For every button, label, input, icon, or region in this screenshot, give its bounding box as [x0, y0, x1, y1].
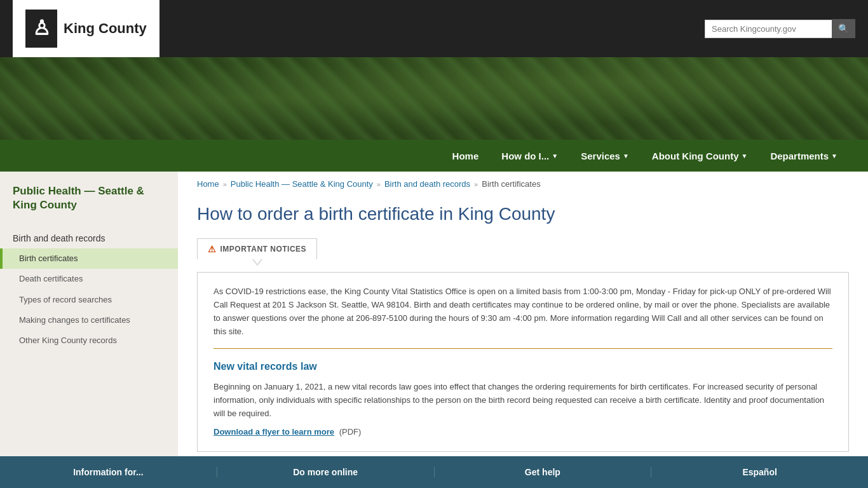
search-button[interactable]: 🔍: [832, 19, 855, 38]
sidebar-item-other-records[interactable]: Other King County records: [0, 330, 178, 351]
search-area: 🔍: [705, 19, 855, 38]
notice-tab-arrow: [252, 259, 262, 266]
notice-download-link[interactable]: Download a flyer to learn more: [214, 427, 334, 437]
sidebar-title: Public Health — Seattle & King County: [0, 172, 178, 222]
breadcrumb-current: Birth certificates: [482, 179, 540, 189]
notice-tab-area: ⚠ IMPORTANT NOTICES: [178, 238, 868, 272]
breadcrumb-birth-death[interactable]: Birth and death records: [384, 179, 470, 189]
king-county-logo-icon: ♙: [25, 10, 57, 48]
nav-item-services[interactable]: Services ▼: [569, 140, 641, 172]
notice-box: As COVID-19 restrictions ease, the King …: [197, 272, 849, 452]
chevron-down-icon: ▼: [552, 152, 558, 159]
nav-item-departments[interactable]: Departments ▼: [759, 140, 849, 172]
main-content: Home » Public Health — Seattle & King Co…: [178, 172, 868, 488]
breadcrumb-home[interactable]: Home: [197, 179, 219, 189]
breadcrumb-sep-1: »: [223, 180, 227, 188]
page-title: How to order a birth certificate in King…: [178, 196, 868, 238]
search-input[interactable]: [705, 20, 832, 38]
sidebar-item-birth-certificates[interactable]: Birth certificates: [0, 248, 178, 269]
logo-area: ♙ King County: [13, 0, 159, 57]
header: ♙ King County 🔍: [0, 0, 868, 57]
chevron-down-icon: ▼: [623, 152, 629, 159]
notice-tab-label: IMPORTANT NOTICES: [220, 245, 307, 254]
footer-col-online[interactable]: Do more online: [217, 467, 434, 477]
breadcrumb-sep-2: »: [377, 180, 381, 188]
notice-divider: [214, 348, 832, 349]
footer-col-info[interactable]: Information for...: [0, 467, 217, 477]
notice-body2: Beginning on January 1, 2021, a new vita…: [214, 381, 832, 420]
svg-text:♙: ♙: [32, 17, 51, 39]
warning-icon: ⚠: [208, 244, 217, 254]
sidebar-section: Birth and death records Birth certificat…: [0, 222, 178, 357]
breadcrumb-public-health[interactable]: Public Health — Seattle & King County: [231, 179, 373, 189]
sidebar: Public Health — Seattle & King County Bi…: [0, 172, 178, 488]
footer-col-espanol[interactable]: Español: [651, 467, 868, 477]
logo-text: King County: [64, 20, 147, 37]
notice-subtitle: New vital records law: [214, 358, 832, 375]
sidebar-item-record-searches[interactable]: Types of record searches: [0, 290, 178, 310]
sidebar-section-link[interactable]: Birth and death records: [0, 228, 178, 248]
breadcrumb-sep-3: »: [474, 180, 478, 188]
nav-item-howdoi[interactable]: How do I... ▼: [490, 140, 569, 172]
nav-item-home[interactable]: Home: [441, 140, 491, 172]
sidebar-item-death-certificates[interactable]: Death certificates: [0, 269, 178, 289]
notice-tab[interactable]: ⚠ IMPORTANT NOTICES: [197, 238, 317, 259]
notice-body: As COVID-19 restrictions ease, the King …: [214, 285, 832, 338]
footer-col-help[interactable]: Get help: [434, 467, 651, 477]
chevron-down-icon: ▼: [741, 152, 747, 159]
breadcrumb: Home » Public Health — Seattle & King Co…: [178, 172, 868, 196]
chevron-down-icon: ▼: [831, 152, 837, 159]
sidebar-bottom: [0, 357, 178, 421]
footer: Information for... Do more online Get he…: [0, 456, 868, 488]
sidebar-item-making-changes[interactable]: Making changes to certificates: [0, 310, 178, 330]
nav-bar: Home How do I... ▼ Services ▼ About King…: [0, 140, 868, 172]
page-layout: Public Health — Seattle & King County Bi…: [0, 172, 868, 488]
notice-link-suffix: (PDF): [339, 427, 362, 437]
nav-item-about[interactable]: About King County ▼: [641, 140, 759, 172]
hero-banner: [0, 57, 868, 140]
